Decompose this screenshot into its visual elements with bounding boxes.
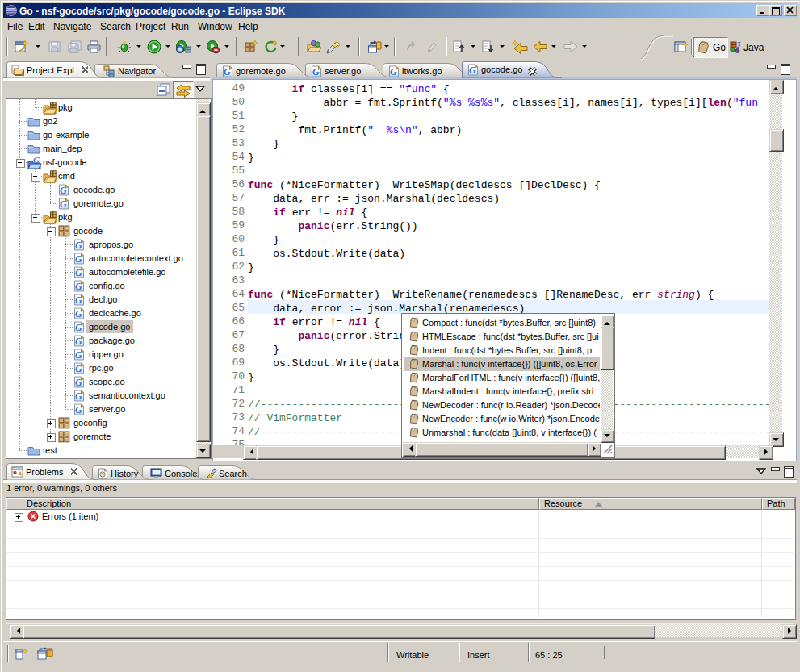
svg-text:G: G — [75, 404, 82, 415]
svg-text:G: G — [75, 377, 82, 388]
svg-text:G: G — [75, 390, 82, 402]
svg-text:G: G — [75, 253, 82, 265]
svg-text:G: G — [33, 157, 40, 165]
svg-text:G: G — [224, 66, 231, 77]
svg-text:G: G — [75, 336, 82, 347]
svg-text:G: G — [75, 363, 82, 374]
svg-text:G: G — [75, 294, 82, 306]
svg-text:G: G — [312, 66, 320, 77]
svg-text:G: G — [60, 185, 67, 196]
svg-text:G: G — [75, 281, 82, 292]
svg-text:G: G — [469, 65, 476, 76]
svg-text:G: G — [75, 308, 82, 319]
svg-text:G: G — [390, 66, 397, 77]
svg-text:G: G — [75, 267, 82, 278]
svg-text:G: G — [75, 240, 82, 251]
svg-text:J: J — [736, 40, 741, 49]
svg-text:G: G — [75, 349, 82, 361]
svg-text:G: G — [60, 198, 67, 210]
svg-text:G: G — [75, 322, 82, 333]
